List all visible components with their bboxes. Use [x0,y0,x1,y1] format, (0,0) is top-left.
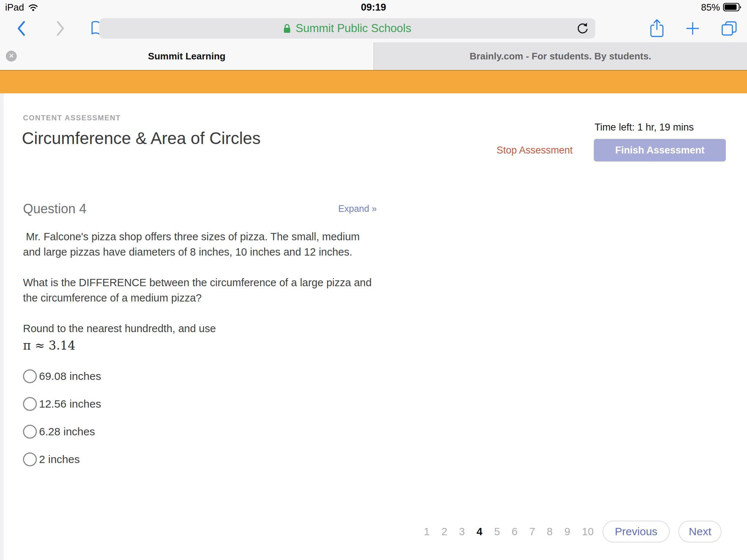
stop-assessment-link[interactable]: Stop Assessment [496,145,573,156]
page-number-4-current[interactable]: 4 [476,526,482,538]
assessment-kicker: CONTENT ASSESSMENT [23,114,121,122]
page-number-10[interactable]: 10 [582,526,593,538]
site-header-banner [0,70,747,93]
new-tab-icon [686,22,700,35]
close-tab-icon[interactable]: ✕ [6,51,17,62]
tab-title: Brainly.com - For students. By students. [470,51,651,62]
share-icon [649,18,665,39]
radio-circle[interactable] [23,425,37,439]
battery-percent: 85% [701,2,720,13]
lock-icon [283,23,291,34]
tab-summit-learning[interactable]: ✕ Summit Learning [0,42,374,70]
page-number-2[interactable]: 2 [441,526,447,538]
status-bar: iPad 09:19 85% [0,0,747,15]
time-left-label: Time left: 1 hr, 19 mins [595,122,694,133]
previous-button[interactable]: Previous [603,521,670,542]
forward-button[interactable] [50,20,71,37]
answer-option[interactable]: 12.56 inches [23,397,372,411]
back-icon [16,20,26,37]
answer-option[interactable]: 6.28 inches [23,425,372,439]
page-number-9[interactable]: 9 [564,526,570,538]
tab-brainly[interactable]: Brainly.com - For students. By students. [374,42,747,70]
tabs-button[interactable] [721,21,738,36]
pi-approximation: π ≈ 3.14 [23,338,372,353]
radio-circle[interactable] [23,452,37,466]
page-number-3[interactable]: 3 [459,526,465,538]
page-number-7[interactable]: 7 [529,526,535,538]
tab-bar: ✕ Summit Learning Brainly.com - For stud… [0,42,747,70]
finish-assessment-button[interactable]: Finish Assessment [594,139,726,162]
tab-title: Summit Learning [148,51,225,62]
expand-link[interactable]: Expand » [338,203,377,214]
answer-option[interactable]: 2 inches [23,452,372,466]
browser-toolbar: Summit Public Schools [0,15,747,42]
clock: 09:19 [361,2,386,13]
tabs-icon [721,21,738,36]
page-number-8[interactable]: 8 [547,526,553,538]
page-number-6[interactable]: 6 [512,526,518,538]
option-label: 2 inches [39,453,80,466]
new-tab-button[interactable] [686,22,700,35]
refresh-button[interactable] [576,22,589,35]
next-button[interactable]: Next [678,521,721,542]
refresh-icon [576,22,589,35]
site-name: Summit Public Schools [295,22,411,35]
question-heading: Question 4 [23,201,86,217]
question-paragraph: Round to the nearest hundredth, and use [23,321,372,336]
pagination: 1 2 3 4 5 6 7 8 9 10 Previous Next [424,521,721,542]
share-button[interactable] [649,18,665,39]
option-label: 6.28 inches [39,425,95,438]
forward-icon [55,20,66,37]
assessment-page: CONTENT ASSESSMENT Circumference & Area … [0,93,747,560]
page-edge [0,93,4,560]
question-card: Question 4 Expand » Mr. Falcone's pizza … [23,201,372,466]
question-paragraph: What is the DIFFERENCE between the circu… [23,275,372,306]
answer-options: 69.08 inches 12.56 inches 6.28 inches 2 … [23,369,372,466]
page-title: Circumference & Area of Circles [22,128,260,148]
option-label: 12.56 inches [39,398,101,410]
page-number-5[interactable]: 5 [494,526,500,538]
battery-icon [723,3,742,12]
radio-circle[interactable] [23,397,37,411]
question-paragraph: Mr. Falcone's pizza shop offers three si… [23,229,372,260]
address-bar[interactable]: Summit Public Schools [99,18,595,39]
radio-circle[interactable] [23,369,37,383]
page-number-1[interactable]: 1 [424,526,430,538]
wifi-icon [28,3,39,12]
device-label: iPad [5,2,24,13]
option-label: 69.08 inches [39,370,101,382]
answer-option[interactable]: 69.08 inches [23,369,372,383]
back-button[interactable] [10,20,32,37]
